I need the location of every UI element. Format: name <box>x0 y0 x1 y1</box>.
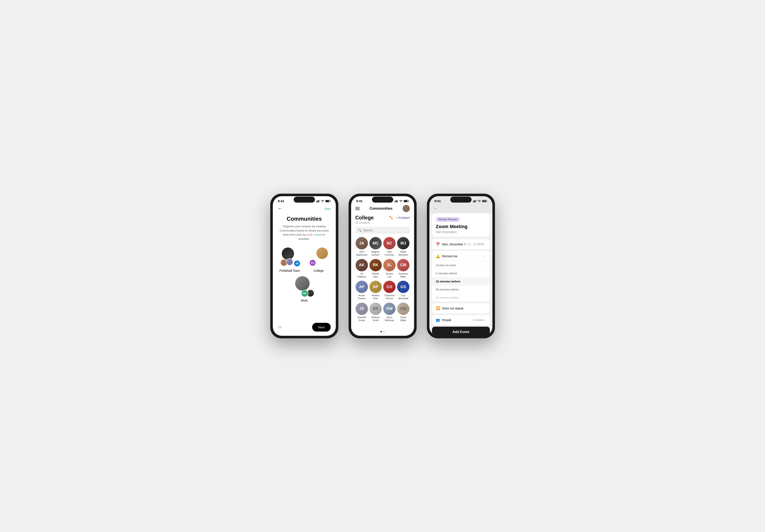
college-name: College <box>314 269 324 272</box>
contact-avatar-brittney: BS <box>370 302 382 315</box>
bell-icon: 🔔 <box>436 254 440 259</box>
search-input[interactable] <box>363 229 407 232</box>
contact-avatar-rutvik: RK <box>370 259 382 271</box>
work-badge: MN <box>301 290 308 297</box>
remind-option-35min[interactable]: 35 minutes before <box>432 293 490 301</box>
event-subtitle[interactable]: Add Description <box>436 230 486 234</box>
community-college[interactable]: AO College <box>306 246 332 272</box>
contact-magnus[interactable]: MC MagnusCarlson <box>369 237 382 257</box>
svg-rect-16 <box>473 201 474 202</box>
skip-button[interactable]: Skip <box>324 207 331 211</box>
p2-body[interactable]: College ✏️ + Contact 22 Contacts 🔍 JA <box>351 215 414 328</box>
contact-harry[interactable]: HW HarryWhitman <box>383 302 396 322</box>
contact-courtney[interactable]: CM CourtneyMiller <box>397 259 410 278</box>
calendar-icon: 📅 <box>436 242 440 246</box>
contact-austin[interactable]: AP AustinPowers <box>356 281 369 300</box>
reminder-header-left: 🔔 Remind me <box>436 254 457 259</box>
community-work[interactable]: MN Work <box>277 276 332 302</box>
contact-brittney[interactable]: BS BrittneySmith <box>369 302 382 322</box>
nav-title: Communities <box>370 207 392 211</box>
contact-jeanelle[interactable]: JS JeanelleSroka <box>356 302 369 322</box>
next-button[interactable]: Next <box>312 323 331 331</box>
desc-school-link[interactable]: school <box>314 233 322 236</box>
reminder-options: At time of event 5 minutes before 15 min… <box>432 261 490 301</box>
contact-charisma[interactable]: CO CharismaOrozco <box>383 281 396 300</box>
status-time-2: 9:41 <box>356 199 363 203</box>
people-row[interactable]: 👥 People 1 Contact › <box>432 315 490 325</box>
college-avatar-cluster: AO <box>308 246 330 267</box>
reminder-card: 🔔 Remind me ⌄ At time of event 5 minutes… <box>432 251 490 301</box>
contact-ali[interactable]: AK AliKabbani <box>356 259 369 278</box>
remind-option-15min[interactable]: 15 minutes before <box>432 277 490 285</box>
communities-description: Organize your contacts by creating Commu… <box>279 224 330 241</box>
svg-rect-17 <box>474 201 474 202</box>
contact-wade[interactable]: WJ WadeJacobsen <box>397 237 410 257</box>
svg-rect-0 <box>317 201 317 202</box>
community-header: College ✏️ + Contact <box>356 215 410 221</box>
people-chevron-icon: › <box>485 318 486 322</box>
remind-option-5min[interactable]: 5 minutes before <box>432 269 490 277</box>
phone-communities-list: 9:41 Communities College <box>349 194 417 338</box>
college-badge: AO <box>309 260 316 266</box>
event-tag[interactable]: Stanley Morgan <box>436 217 460 222</box>
contact-rutvik[interactable]: RK RutvikKaur <box>369 259 382 278</box>
svg-rect-15 <box>404 200 407 202</box>
back-button-1[interactable]: ← <box>278 206 283 211</box>
page-indicator: 2/5 <box>278 325 282 329</box>
contact-john[interactable]: JA JohnAppleseed <box>356 237 369 257</box>
dynamic-island-3 <box>450 197 471 203</box>
remind-option-30min[interactable]: 30 minutes before <box>432 285 490 293</box>
add-contact-button[interactable]: + Contact <box>396 216 409 220</box>
date-row[interactable]: 📅 Mon, December 7 11 - 12:00PM › <box>432 239 490 249</box>
svg-rect-6 <box>330 201 331 202</box>
remind-option-at-time[interactable]: At time of event <box>432 261 490 269</box>
edit-icon[interactable]: ✏️ <box>389 216 393 220</box>
back-button-3[interactable]: ← <box>434 206 438 211</box>
menu-button[interactable] <box>356 207 360 210</box>
repeat-row[interactable]: 🔁 Does not repeat › <box>432 303 490 313</box>
search-bar[interactable]: 🔍 <box>356 227 410 234</box>
contact-name-jeanelle: JeanelleSroka <box>358 316 366 322</box>
people-value: 1 Contact <box>472 318 484 321</box>
p3-body[interactable]: Stanley Morgan Zoom Meeting Add Descript… <box>429 213 492 336</box>
p3-header: ← <box>429 204 492 213</box>
contact-andrea[interactable]: AP AndreaPirlo <box>369 281 382 300</box>
reminder-header[interactable]: 🔔 Remind me ⌄ <box>432 251 490 261</box>
search-icon: 🔍 <box>358 229 362 232</box>
svg-rect-18 <box>475 200 475 202</box>
contact-name-harry: HarryWhitman <box>385 316 394 322</box>
contact-nick[interactable]: NC NickCourtney <box>383 237 396 257</box>
svg-rect-9 <box>395 201 396 202</box>
svg-point-4 <box>322 202 323 202</box>
contact-avatar-charisma: CO <box>383 281 395 293</box>
date-label: Mon, December 7 <box>442 243 466 246</box>
phone-onboarding: 9:41 ← Skip Communities Organize your co… <box>270 194 338 338</box>
contact-olivia[interactable]: OW OliviaWilde <box>397 302 410 322</box>
contact-avatar-courtney: CM <box>397 259 409 271</box>
repeat-row-left: 🔁 Does not repeat <box>436 306 463 310</box>
contact-sunisa[interactable]: SL SunisaLee <box>383 259 396 278</box>
contact-guy[interactable]: GS GuyStonewall <box>397 281 410 300</box>
contact-avatar-guy: GS <box>397 281 409 293</box>
contact-name-austin: AustinPowers <box>358 294 366 300</box>
date-chevron-icon: › <box>485 243 486 246</box>
contact-name-wade: WadeJacobsen <box>398 250 408 257</box>
contact-avatar-jeanelle: JS <box>356 302 368 315</box>
desc-work-link[interactable]: work <box>307 233 313 236</box>
people-icon: 👥 <box>436 318 440 322</box>
status-icons-1 <box>317 200 331 202</box>
contact-avatar-sunisa: SL <box>383 259 395 271</box>
remind-chevron-icon: ⌄ <box>483 254 486 259</box>
repeat-label: Does not repeat <box>442 307 463 310</box>
user-avatar[interactable] <box>402 205 410 212</box>
contact-name-andrea: AndreaPirlo <box>372 294 379 300</box>
add-event-button[interactable]: Add Event <box>432 327 490 336</box>
contact-name-john: JohnAppleseed <box>356 250 367 257</box>
community-name: College <box>356 215 374 221</box>
contact-name-guy: GuyStonewall <box>398 294 408 300</box>
communities-grid: JB Pickleball Team AO College <box>277 246 332 302</box>
contact-avatar-harry: HW <box>383 302 395 315</box>
dynamic-island-1 <box>294 197 315 203</box>
community-pickleball[interactable]: JB Pickleball Team <box>277 246 303 272</box>
pickleball-name: Pickleball Team <box>280 269 300 272</box>
